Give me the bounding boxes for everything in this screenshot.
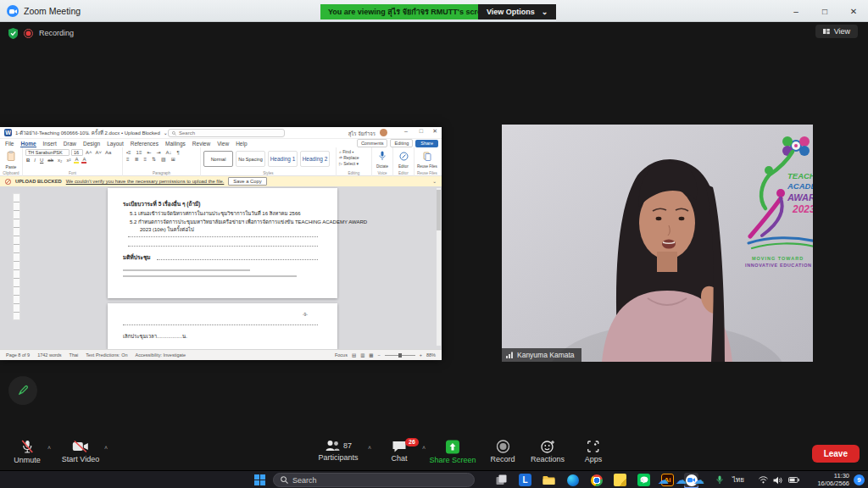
collapse-banner-icon[interactable]: ⌄ [432,179,437,184]
editor-button[interactable]: Editor Editor [393,147,415,176]
battery-icon[interactable] [788,471,799,488]
taskbar-search[interactable]: Search [273,473,475,487]
annotate-button[interactable] [8,376,37,405]
focus-mode-button[interactable]: Focus [335,352,348,358]
font-color-button[interactable]: A [81,157,86,164]
reactions-button[interactable]: Reactions [531,440,565,463]
participants-button[interactable]: 87 Participants [318,440,358,462]
video-options-chevron[interactable]: ˄ [104,445,108,451]
status-predictions[interactable]: Text Predictions: On [86,352,127,358]
word-close-button[interactable]: ✕ [432,128,437,135]
read-mode-icon[interactable]: ▤ [352,352,356,358]
document-page-1[interactable]: ระเบียบวาระที่ 5 เรื่องอื่น ๆ (ถ้ามี) 5.… [108,188,337,298]
print-layout-icon[interactable]: ▥ [360,352,364,358]
tab-draw[interactable]: Draw [64,141,76,147]
status-accessibility[interactable]: Accessibility: Investigate [136,352,186,358]
leave-button[interactable]: Leave [812,445,860,463]
zoom-out-button[interactable]: − [378,352,381,358]
start-video-button[interactable]: Start Video [62,440,99,463]
sticky-notes-icon[interactable] [613,473,627,487]
borders-button[interactable]: ⊞ [170,156,176,162]
tab-insert[interactable]: Insert [43,141,57,147]
zoom-in-button[interactable]: + [420,352,422,358]
tab-mailings[interactable]: Mailings [165,141,186,147]
font-name-select[interactable]: TH SarabunPSK [25,149,70,156]
app-l-icon[interactable]: L [518,473,532,487]
file-explorer-icon[interactable] [542,473,556,487]
numbering-button[interactable]: 1≡ [136,150,143,155]
underline-button[interactable]: U [39,158,44,163]
start-button[interactable] [253,473,267,487]
tray-clock[interactable]: 11:30 16/06/2566 [817,473,849,487]
decrease-indent-button[interactable]: ⇤ [146,149,152,155]
task-view-button[interactable] [494,473,509,487]
shading-button[interactable]: ▨ [160,156,167,162]
wifi-icon[interactable] [759,471,768,488]
tab-file[interactable]: File [5,141,14,147]
line-spacing-button[interactable]: ⇅ [151,156,157,162]
view-options-button[interactable]: View Options⌄ [478,4,556,19]
edge-browser-icon[interactable] [565,473,580,487]
bold-button[interactable]: B [25,158,31,163]
unmute-button[interactable]: Unmute [14,440,41,464]
share-screen-button[interactable]: Share Screen [429,440,476,464]
font-size-select[interactable]: 16 [71,149,83,156]
chrome-browser-icon[interactable] [589,473,604,487]
paragraph-marks-button[interactable]: ¶ [176,150,181,155]
word-search-box[interactable]: Search [168,129,285,137]
tab-references[interactable]: References [131,141,159,147]
upload-blocked-message[interactable]: We couldn't verify you have the necessar… [66,179,225,184]
scrollbar-thumb[interactable] [437,190,441,230]
participant-video-feed[interactable]: TEACHING ACADEMY AWARD 2023 MOVING TOWAR… [502,125,813,362]
language-indicator[interactable]: ไทย [732,471,744,488]
onedrive-cloud-icon[interactable]: ☁ [676,474,687,486]
style-normal[interactable]: Normal [203,151,233,167]
unmute-options-chevron[interactable]: ˄ [47,445,51,451]
tray-cloud-icons[interactable]: ☁ ☁ ☁ [658,471,704,488]
paste-button[interactable]: Paste Clipboard [0,147,23,176]
grow-font-button[interactable]: A˄ [85,150,93,155]
align-right-button[interactable]: ≡ [143,157,148,162]
sort-button[interactable]: A↓ [165,150,173,155]
style-heading2[interactable]: Heading 2 [300,151,330,167]
security-shield-icon[interactable] [8,28,18,39]
subscript-button[interactable]: x₂ [57,158,63,163]
select-button[interactable]: ▷ Select ▾ [339,161,369,167]
tab-home[interactable]: Home [20,141,36,147]
tab-design[interactable]: Design [83,141,100,147]
maximize-button[interactable]: □ [810,0,839,22]
superscript-button[interactable]: x² [65,158,71,163]
shrink-font-button[interactable]: A˅ [95,150,103,155]
avatar[interactable] [380,129,387,136]
tab-layout[interactable]: Layout [107,141,124,147]
zoom-slider[interactable] [385,355,415,356]
word-scrollbar[interactable] [437,188,441,346]
italic-button[interactable]: I [33,158,36,163]
record-button[interactable]: Record [490,440,515,463]
tab-help[interactable]: Help [236,141,247,147]
status-page[interactable]: Page 8 of 9 [6,352,30,358]
align-left-button[interactable]: ≡ [125,157,131,162]
comments-button[interactable]: Comments [357,139,388,147]
dictate-button[interactable]: Dictate Voice [372,147,393,176]
align-center-button[interactable]: ≣ [134,156,140,162]
minimize-button[interactable]: – [782,0,810,22]
word-minimize-button[interactable]: – [404,128,408,134]
replace-button[interactable]: ᵃᵇ Replace [339,155,369,161]
change-case-button[interactable]: Aa [104,150,112,155]
bullets-button[interactable]: •≡ [125,150,132,155]
close-button[interactable]: ✕ [839,0,868,22]
onedrive-cloud-icon[interactable]: ☁ [658,474,669,486]
word-maximize-button[interactable]: □ [420,128,423,134]
onedrive-cloud-icon[interactable]: ☁ [693,474,704,486]
chat-options-chevron[interactable]: ˄ [422,445,426,451]
apps-button[interactable]: Apps [585,440,603,463]
web-layout-icon[interactable]: ▦ [369,352,373,358]
tray-expand-chevron[interactable]: ˄ [640,471,644,488]
notification-badge[interactable]: 9 [854,474,865,485]
tab-view[interactable]: View [217,141,229,147]
document-page-2[interactable]: -9- เลิกประชุมเวลา..................น. [108,303,337,349]
share-button[interactable]: Share [415,140,438,147]
increase-indent-button[interactable]: ⇥ [155,149,161,155]
status-words[interactable]: 1742 words [37,352,61,358]
